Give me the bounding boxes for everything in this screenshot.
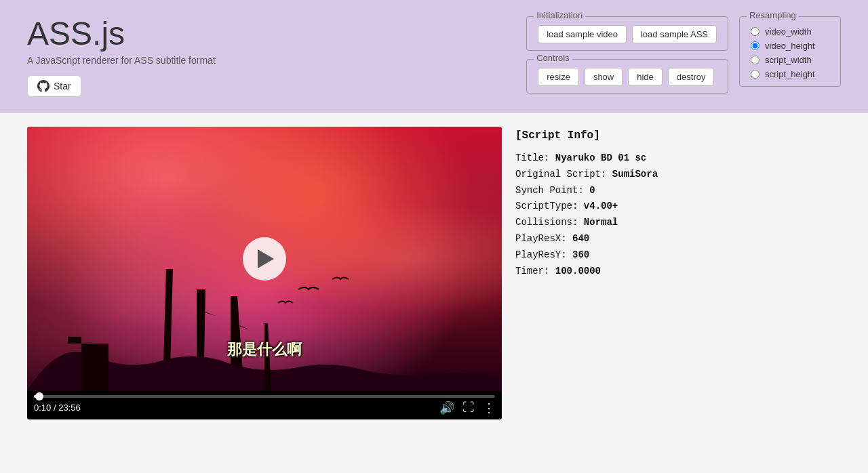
radio-video-height-label: video_height xyxy=(765,41,815,51)
script-line-collisions: Collisions: Normal xyxy=(515,215,841,231)
destroy-button[interactable]: destroy xyxy=(668,68,715,86)
script-collisions-value: Normal xyxy=(584,217,618,228)
star-label: Star xyxy=(54,81,71,91)
video-player: 那是什么啊 0:10 / 23:56 🔊 ⛶ ⋮ xyxy=(27,127,502,419)
app-subtitle: A JavaScript renderer for ASS subtitle f… xyxy=(27,55,216,66)
script-info-header: [Script Info] xyxy=(515,127,841,145)
radio-video-width-label: video_width xyxy=(765,26,812,37)
load-video-button[interactable]: load sample video xyxy=(538,25,627,43)
resampling-radio-group: video_width video_height script_width sc… xyxy=(751,26,829,79)
hide-button[interactable]: hide xyxy=(628,68,663,86)
star-button[interactable]: Star xyxy=(27,75,81,97)
initialization-buttons: load sample video load sample ASS xyxy=(538,25,717,43)
video-controls-bottom: 0:10 / 23:56 🔊 ⛶ ⋮ xyxy=(34,400,495,415)
script-author-value: SumiSora xyxy=(612,169,658,180)
svg-rect-6 xyxy=(81,344,108,391)
radio-video-width-input[interactable] xyxy=(751,27,760,36)
time-separator: / xyxy=(51,403,58,413)
script-timer-value: 100.0000 xyxy=(555,266,601,276)
radio-script-width-label: script_width xyxy=(765,55,812,65)
script-line-author: Original Script: SumiSora xyxy=(515,167,841,183)
github-icon xyxy=(37,80,50,92)
script-info-panel: [Script Info] Title: Nyaruko BD 01 sc Or… xyxy=(515,127,841,280)
control-buttons: resize show hide destroy xyxy=(538,68,717,86)
panel-group: Initialization load sample video load sa… xyxy=(526,16,728,94)
radio-script-height-input[interactable] xyxy=(751,70,760,79)
header: ASS.js A JavaScript renderer for ASS sub… xyxy=(0,0,868,113)
show-button[interactable]: show xyxy=(585,68,623,86)
radio-video-height-input[interactable] xyxy=(751,41,760,50)
script-synch-value: 0 xyxy=(589,185,595,196)
time-display: 0:10 / 23:56 xyxy=(34,403,81,413)
script-type-value: v4.00+ xyxy=(584,201,618,211)
radio-video-width[interactable]: video_width xyxy=(751,26,829,37)
video-scene: 那是什么啊 xyxy=(27,127,502,391)
play-button[interactable] xyxy=(243,237,286,281)
subtitle-text: 那是什么啊 xyxy=(227,340,302,360)
fullscreen-icon[interactable]: ⛶ xyxy=(462,400,475,415)
script-playresy-value: 360 xyxy=(572,249,589,260)
progress-bar[interactable] xyxy=(34,395,495,398)
load-ass-button[interactable]: load sample ASS xyxy=(632,25,717,43)
radio-script-width[interactable]: script_width xyxy=(751,55,829,65)
script-line-title: Title: Nyaruko BD 01 sc xyxy=(515,150,841,167)
controls-legend: Controls xyxy=(534,53,572,63)
branding: ASS.js A JavaScript renderer for ASS sub… xyxy=(27,16,216,97)
video-controls-bar: 0:10 / 23:56 🔊 ⛶ ⋮ xyxy=(27,391,502,419)
controls-area: Initialization load sample video load sa… xyxy=(526,16,841,94)
resize-button[interactable]: resize xyxy=(538,68,579,86)
play-icon xyxy=(258,249,274,268)
script-title-value: Nyaruko BD 01 sc xyxy=(555,152,646,163)
script-line-type: ScriptType: v4.00+ xyxy=(515,199,841,215)
script-playresx-value: 640 xyxy=(572,233,589,244)
resampling-panel: Resampling video_width video_height scri… xyxy=(739,16,841,87)
initialization-legend: Initialization xyxy=(534,10,585,20)
app-title: ASS.js xyxy=(27,16,216,52)
time-total: 23:56 xyxy=(58,403,81,413)
main-content: 那是什么啊 0:10 / 23:56 🔊 ⛶ ⋮ xyxy=(0,113,868,433)
radio-script-height-label: script_height xyxy=(765,69,815,79)
script-line-playresx: PlayResX: 640 xyxy=(515,231,841,247)
radio-script-width-input[interactable] xyxy=(751,56,760,64)
volume-icon[interactable]: 🔊 xyxy=(439,400,454,415)
playback-controls: 🔊 ⛶ ⋮ xyxy=(439,400,495,415)
script-line-playresy: PlayResY: 360 xyxy=(515,247,841,264)
more-options-icon[interactable]: ⋮ xyxy=(483,400,495,415)
progress-thumb xyxy=(35,392,43,400)
script-info-lines: Title: Nyaruko BD 01 sc Original Script:… xyxy=(515,150,841,279)
initialization-panel: Initialization load sample video load sa… xyxy=(526,16,728,51)
video-controls-panel: Controls resize show hide destroy xyxy=(526,59,728,94)
script-line-timer: Timer: 100.0000 xyxy=(515,264,841,280)
radio-video-height[interactable]: video_height xyxy=(751,41,829,51)
svg-rect-7 xyxy=(68,337,81,344)
radio-script-height[interactable]: script_height xyxy=(751,69,829,79)
resampling-legend: Resampling xyxy=(747,10,799,20)
time-current: 0:10 xyxy=(34,403,51,413)
script-line-synch: Synch Point: 0 xyxy=(515,183,841,199)
